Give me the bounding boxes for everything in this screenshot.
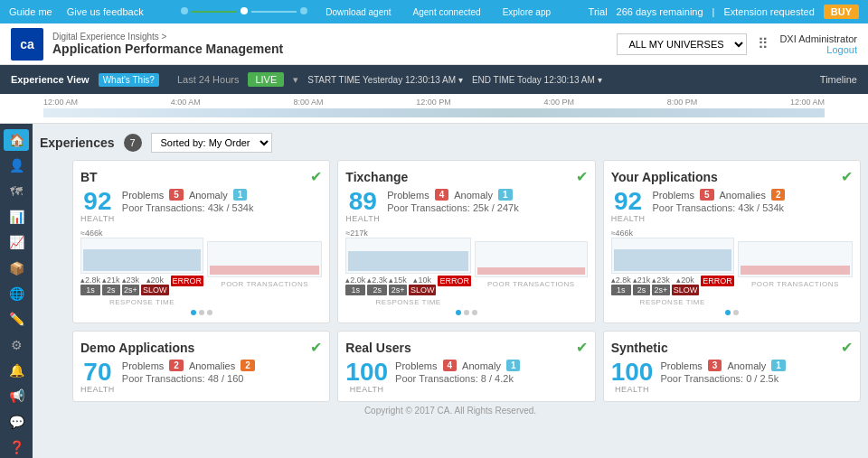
card-check-3: ✔ bbox=[310, 339, 322, 356]
rt-val-1-3: ▴10k bbox=[409, 276, 437, 285]
chart-label-0: RESPONSE TIME bbox=[80, 298, 203, 306]
poor-bar-2 bbox=[741, 266, 850, 275]
tick-5: 8:00 PM bbox=[667, 98, 698, 107]
rt-lbl-2-1: 2s bbox=[633, 285, 651, 295]
card-title-1: Tixchange bbox=[345, 170, 408, 184]
feedback-link[interactable]: Give us feedback bbox=[67, 6, 144, 17]
rt-lbl-0-2: 2s+ bbox=[122, 285, 140, 295]
card-check-4: ✔ bbox=[576, 339, 588, 356]
cards-grid: BT ✔ 92 HEALTH Problems 5 Anomaly bbox=[72, 160, 861, 402]
card-synthetic: Synthetic ✔ 100 HEALTH Problems 3 An bbox=[603, 331, 861, 402]
top-bar-left: Guide me Give us feedback bbox=[9, 6, 144, 17]
rt-lbl-1-3: SLOW bbox=[409, 285, 437, 295]
rt-val-1-2: ▴15k bbox=[389, 276, 407, 285]
buy-button[interactable]: BUY bbox=[824, 5, 859, 19]
footer: Copyright © 2017 CA. All Rights Reserved… bbox=[40, 402, 861, 419]
rt-lbl-2-3: SLOW bbox=[672, 285, 700, 295]
end-time: Today 12:30:13 AM bbox=[517, 75, 595, 85]
card-real-users: Real Users ✔ 100 HEALTH Problems 4 A bbox=[337, 331, 595, 402]
sidebar-icon-trend[interactable]: 📈 bbox=[4, 231, 29, 253]
health-score-4: 100 bbox=[345, 360, 388, 385]
anomaly-badge-4: 1 bbox=[506, 360, 521, 371]
health-score-1: 89 bbox=[349, 189, 377, 214]
poor-bar-1 bbox=[477, 267, 585, 276]
main-area: 🏠 👤 🗺 📊 📈 📦 🌐 ✏️ ⚙ 🔔 📢 💬 ❓ Experiences 7… bbox=[0, 124, 868, 458]
start-time-selector[interactable]: START TIME Yesterday 12:30:13 AM ▾ bbox=[307, 75, 463, 85]
rt-val-0-2: ▴23k bbox=[122, 276, 140, 285]
days-remaining: 266 days remaining bbox=[617, 6, 703, 17]
problems-label-3: Problems bbox=[122, 360, 164, 371]
card-title-0: BT bbox=[80, 170, 98, 184]
rt-lbl-2-0: 1s bbox=[611, 285, 631, 295]
rt-lbl-1-0: 1s bbox=[345, 285, 365, 295]
page-dot-0-2 bbox=[207, 310, 212, 315]
poor-tx-5: 0 / 2.5k bbox=[746, 373, 778, 384]
health-score-3: 70 bbox=[83, 360, 111, 385]
rt-val-0-1: ▴21k bbox=[102, 276, 120, 285]
page-dot-2-1 bbox=[733, 310, 739, 315]
page-title: Application Performance Management bbox=[52, 42, 283, 56]
rt-val-1-1: ▴2.3k bbox=[367, 276, 387, 285]
health-label-1: HEALTH bbox=[345, 214, 380, 223]
guide-me-link[interactable]: Guide me bbox=[9, 6, 52, 17]
sidebar-icon-help[interactable]: ❓ bbox=[4, 436, 29, 458]
rt-val-2-0: ▴2.8k bbox=[611, 276, 631, 285]
sidebar-icon-package[interactable]: 📦 bbox=[4, 257, 29, 279]
sidebar-icon-map[interactable]: 🗺 bbox=[4, 181, 29, 202]
grid-icon[interactable]: ⠿ bbox=[758, 35, 769, 52]
problems-badge-5: 3 bbox=[708, 360, 722, 371]
page-dot-1-1 bbox=[464, 310, 469, 315]
sidebar-icon-settings[interactable]: ⚙ bbox=[4, 334, 29, 356]
sidebar-icon-globe[interactable]: 🌐 bbox=[4, 283, 29, 304]
sidebar-icon-announce[interactable]: 📢 bbox=[4, 385, 29, 407]
page-dot-0-1 bbox=[199, 310, 204, 315]
health-score-0: 92 bbox=[83, 189, 111, 214]
poor-label-0: POOR TRANSACTIONS bbox=[207, 280, 322, 288]
problems-badge-4: 4 bbox=[443, 360, 458, 371]
live-dropdown[interactable]: ▾ bbox=[293, 74, 298, 86]
sidebar-icon-edit[interactable]: ✏️ bbox=[4, 308, 29, 330]
sidebar-icon-user[interactable]: 👤 bbox=[4, 154, 29, 176]
trial-label: Trial bbox=[589, 6, 608, 17]
rt-lbl-1-1: 2s bbox=[367, 285, 387, 295]
live-button[interactable]: LIVE bbox=[248, 72, 284, 87]
poor-label-1: POOR TRANSACTIONS bbox=[475, 280, 588, 288]
health-label-4: HEALTH bbox=[350, 385, 384, 394]
universe-select[interactable]: ALL MY UNIVERSES bbox=[617, 33, 747, 55]
rt-lbl-1-2: 2s+ bbox=[389, 285, 407, 295]
problems-label-2: Problems bbox=[653, 190, 694, 201]
anomaly-label-0: Anomaly bbox=[189, 190, 228, 201]
sort-select[interactable]: Sorted by: My Order bbox=[151, 133, 272, 153]
anomaly-badge-0: 1 bbox=[233, 189, 248, 201]
rt-val-2-2: ▴23k bbox=[652, 276, 670, 285]
breadcrumb: Digital Experience Insights > bbox=[52, 32, 283, 42]
card-title-5: Synthetic bbox=[611, 341, 668, 355]
chart-label-2: RESPONSE TIME bbox=[611, 298, 734, 306]
sidebar-icon-chat[interactable]: 💬 bbox=[4, 410, 29, 432]
step-line-1 bbox=[192, 11, 237, 13]
top-bar-center: Download agent Agent connected Explore a… bbox=[181, 7, 551, 17]
sidebar-icon-bell[interactable]: 🔔 bbox=[4, 360, 29, 381]
page-dot-0-0 bbox=[191, 310, 196, 315]
user-info: DXI Administrator Logout bbox=[779, 33, 857, 55]
chart-label-1: RESPONSE TIME bbox=[345, 298, 471, 306]
chart-max-2: ≈466k bbox=[611, 229, 734, 238]
end-time-selector[interactable]: END TIME Today 12:30:13 AM ▾ bbox=[472, 75, 602, 85]
sidebar-icon-home[interactable]: 🏠 bbox=[4, 129, 29, 151]
card-bt: BT ✔ 92 HEALTH Problems 5 Anomaly bbox=[72, 160, 330, 323]
step-dot-3 bbox=[300, 7, 307, 14]
poor-label-2: POOR TRANSACTIONS bbox=[738, 280, 853, 288]
whats-this-button[interactable]: What's This? bbox=[99, 73, 159, 87]
problems-badge-3: 2 bbox=[169, 360, 184, 371]
rt-lbl-1-4: ERROR bbox=[438, 276, 471, 286]
card-title-4: Real Users bbox=[345, 341, 410, 355]
poor-tx-4: 8 / 4.2k bbox=[481, 373, 514, 384]
card-tixchange: Tixchange ✔ 89 HEALTH Problems 4 Ano bbox=[337, 160, 595, 323]
timeline-button[interactable]: Timeline bbox=[820, 74, 857, 85]
logout-link[interactable]: Logout bbox=[779, 44, 857, 55]
sidebar-icon-chart[interactable]: 📊 bbox=[4, 206, 29, 228]
anomaly-label-3: Anomalies bbox=[189, 360, 235, 371]
rt-val-0-3: ▴20k bbox=[141, 276, 169, 285]
step-dot-1 bbox=[181, 7, 188, 14]
poor-tx-label-4: Poor Transactions: bbox=[395, 373, 478, 384]
